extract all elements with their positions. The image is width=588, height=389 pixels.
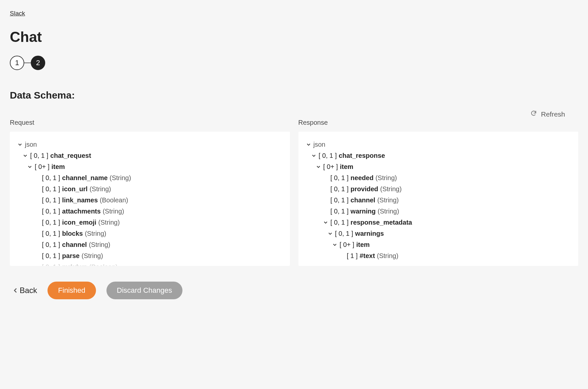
chevron-down-icon: [323, 219, 329, 225]
node-type: (String): [98, 218, 120, 227]
chevron-left-icon: [14, 286, 17, 295]
node-cardinality: [ 0, 1 ]: [42, 196, 60, 204]
step-connector: [24, 63, 31, 63]
node-cardinality: [ 0, 1 ]: [331, 207, 349, 215]
node-cardinality: [ 0, 1 ]: [42, 174, 60, 182]
node-name: #text: [360, 251, 375, 260]
node-name: chat_request: [50, 151, 91, 160]
node-cardinality: [ 0, 1 ]: [30, 151, 48, 160]
node-name: item: [51, 162, 65, 171]
chevron-down-icon: [315, 164, 321, 170]
node-type: (String): [103, 207, 124, 215]
node-name: chat_response: [339, 151, 385, 160]
discard-changes-button[interactable]: Discard Changes: [106, 282, 183, 299]
node-name: icon_emoji: [62, 218, 96, 227]
schema-node-mrkdwn: [ 0, 1 ] mrkdwn (Boolean): [17, 261, 283, 266]
tree-root-label: json: [313, 140, 326, 149]
node-type: (String): [377, 251, 399, 260]
node-cardinality: [ 0, 1 ]: [335, 229, 353, 238]
chevron-down-icon: [332, 242, 338, 248]
node-cardinality: [ 0, 1 ]: [42, 207, 60, 215]
node-cardinality: [ 0, 1 ]: [42, 218, 60, 227]
node-cardinality: [ 0, 1 ]: [331, 174, 349, 182]
section-title: Data Schema:: [10, 90, 578, 101]
node-type: (String): [377, 196, 399, 204]
schema-node-chat-response[interactable]: [ 0, 1 ] chat_response: [306, 150, 571, 161]
tree-root[interactable]: json: [17, 139, 283, 150]
step-2[interactable]: 2: [31, 56, 45, 70]
chevron-down-icon: [306, 141, 312, 147]
node-cardinality: [ 1 ]: [347, 251, 358, 260]
node-type: (String): [82, 251, 103, 260]
node-name: needed: [351, 174, 373, 182]
back-button[interactable]: Back: [14, 286, 37, 295]
schema-node-parse: [ 0, 1 ] parse (String): [17, 250, 283, 261]
schema-node-item[interactable]: [ 0+ ] item: [306, 239, 571, 250]
schema-node-item[interactable]: [ 0+ ] item: [306, 161, 571, 172]
node-name: mrkdwn: [62, 263, 87, 266]
chevron-down-icon: [27, 164, 33, 170]
refresh-button[interactable]: Refresh: [530, 110, 565, 118]
schema-node-item[interactable]: [ 0+ ] item: [17, 161, 283, 172]
schema-node-needed: [ 0, 1 ] needed (String): [306, 172, 571, 183]
finished-button[interactable]: Finished: [47, 282, 96, 299]
back-label: Back: [20, 286, 37, 295]
schema-node-warnings[interactable]: [ 0, 1 ] warnings: [306, 228, 571, 239]
node-name: provided: [351, 185, 378, 193]
schema-node-chat-request[interactable]: [ 0, 1 ] chat_request: [17, 150, 283, 161]
response-schema-panel[interactable]: json[ 0, 1 ] chat_response[ 0+ ] item[ 0…: [298, 132, 579, 266]
refresh-icon: [530, 110, 537, 118]
node-name: link_names: [62, 196, 98, 204]
node-cardinality: [ 0, 1 ]: [331, 185, 349, 193]
step-1[interactable]: 1: [10, 56, 24, 70]
tree-root-label: json: [25, 140, 37, 149]
node-cardinality: [ 0, 1 ]: [331, 196, 349, 204]
request-panel-label: Request: [10, 119, 290, 126]
node-cardinality: [ 0, 1 ]: [42, 185, 60, 193]
node-name: attachments: [62, 207, 101, 215]
node-type: (Boolean): [89, 263, 118, 266]
chevron-down-icon: [22, 153, 28, 158]
schema-node-warning: [ 0, 1 ] warning (String): [306, 206, 571, 217]
node-name: icon_url: [62, 185, 88, 193]
schema-node-provided: [ 0, 1 ] provided (String): [306, 183, 571, 194]
page-title: Chat: [10, 29, 578, 45]
schema-node-icon-emoji: [ 0, 1 ] icon_emoji (String): [17, 217, 283, 228]
node-type: (Boolean): [100, 196, 128, 204]
node-name: warning: [351, 207, 376, 215]
node-name: parse: [62, 251, 80, 260]
node-cardinality: [ 0, 1 ]: [42, 229, 60, 238]
schema-node-channel: [ 0, 1 ] channel (String): [306, 194, 571, 206]
node-cardinality: [ 0+ ]: [340, 240, 354, 249]
schema-node-channel: [ 0, 1 ] channel (String): [17, 239, 283, 250]
schema-node-blocks: [ 0, 1 ] blocks (String): [17, 228, 283, 239]
node-type: (String): [89, 240, 110, 249]
node-cardinality: [ 0, 1 ]: [319, 151, 337, 160]
node-type: (String): [110, 174, 131, 182]
node-cardinality: [ 0+ ]: [323, 162, 338, 171]
breadcrumb-slack[interactable]: Slack: [10, 10, 25, 17]
schema-node-link-names: [ 0, 1 ] link_names (Boolean): [17, 194, 283, 206]
node-name: item: [340, 162, 353, 171]
chevron-down-icon: [17, 141, 23, 147]
refresh-label: Refresh: [541, 110, 565, 118]
node-name: channel_name: [62, 174, 108, 182]
node-type: (String): [378, 207, 399, 215]
node-cardinality: [ 0+ ]: [35, 162, 49, 171]
node-name: blocks: [62, 229, 83, 238]
request-schema-panel[interactable]: json[ 0, 1 ] chat_request[ 0+ ] item[ 0,…: [10, 132, 290, 266]
node-type: (String): [380, 185, 402, 193]
node-type: (String): [375, 174, 397, 182]
schema-node--text: [ 1 ] #text (String): [306, 250, 571, 261]
chevron-down-icon: [311, 153, 317, 158]
node-cardinality: [ 0, 1 ]: [42, 240, 60, 249]
tree-root[interactable]: json: [306, 139, 571, 150]
node-cardinality: [ 0, 1 ]: [42, 251, 60, 260]
node-name: item: [356, 240, 370, 249]
node-cardinality: [ 0, 1 ]: [331, 218, 349, 227]
node-type: (String): [85, 229, 106, 238]
schema-node-attachments: [ 0, 1 ] attachments (String): [17, 206, 283, 217]
schema-node-response-metadata[interactable]: [ 0, 1 ] response_metadata: [306, 217, 571, 228]
node-name: channel: [62, 240, 87, 249]
stepper: 1 2: [10, 56, 578, 70]
